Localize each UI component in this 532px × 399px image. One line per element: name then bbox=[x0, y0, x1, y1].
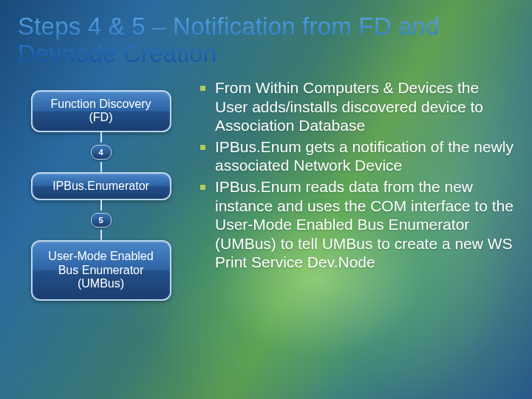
diagram-node-label: User-Mode Enabled Bus Enumerator (UMBus) bbox=[40, 250, 163, 290]
bullet-text: From Within Computers & Devices the User… bbox=[215, 79, 483, 134]
connector-line bbox=[100, 200, 102, 211]
slide-content: Function Discovery (FD) 4 IPBus.Enumerat… bbox=[18, 77, 514, 384]
bullet-text: IPBus.Enum reads data from the new insta… bbox=[215, 178, 514, 270]
bullet-text: IPBus.Enum gets a notification of the ne… bbox=[215, 138, 514, 174]
diagram-node-label: Function Discovery (FD) bbox=[40, 98, 163, 125]
list-item: IPBus.Enum gets a notification of the ne… bbox=[197, 137, 514, 175]
diagram-node-umbus: User-Mode Enabled Bus Enumerator (UMBus) bbox=[31, 240, 171, 301]
list-item: IPBus.Enum reads data from the new insta… bbox=[197, 177, 514, 272]
diagram-connector: 5 bbox=[91, 200, 112, 240]
diagram-node-ipbus: IPBus.Enumerator bbox=[31, 172, 171, 200]
step-badge-4: 4 bbox=[91, 145, 112, 160]
connector-line bbox=[100, 132, 102, 143]
connector-line bbox=[100, 230, 102, 240]
diagram-node-fd: Function Discovery (FD) bbox=[31, 90, 171, 132]
bullet-list: From Within Computers & Devices the User… bbox=[197, 77, 514, 384]
diagram-node-label: IPBus.Enumerator bbox=[52, 180, 149, 193]
slide: Steps 4 & 5 – Notification from FD and D… bbox=[0, 0, 532, 399]
slide-title: Steps 4 & 5 – Notification from FD and D… bbox=[18, 13, 514, 68]
list-item: From Within Computers & Devices the User… bbox=[197, 78, 514, 135]
connector-line bbox=[100, 162, 102, 172]
diagram-connector: 4 bbox=[91, 132, 112, 172]
flow-diagram: Function Discovery (FD) 4 IPBus.Enumerat… bbox=[18, 77, 184, 384]
step-badge-5: 5 bbox=[91, 213, 112, 228]
